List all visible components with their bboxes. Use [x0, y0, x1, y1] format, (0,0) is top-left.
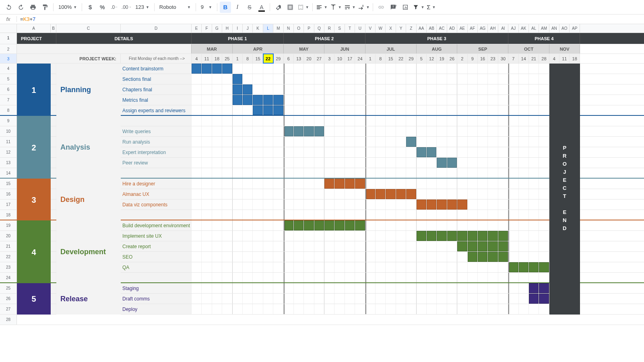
column-header-R[interactable]: R — [324, 24, 334, 33]
column-header-D[interactable]: D — [121, 24, 192, 33]
week-cell-13[interactable]: 3 — [324, 54, 334, 63]
row-header-22[interactable]: 22 — [0, 252, 17, 262]
row-header-8[interactable]: 8 — [0, 105, 17, 115]
decrease-decimal-button[interactable]: .0← — [109, 2, 120, 13]
column-header-E[interactable]: E — [192, 24, 202, 33]
column-header-G[interactable]: G — [212, 24, 222, 33]
column-header-AP[interactable]: AP — [570, 24, 580, 33]
insert-link-button[interactable] — [376, 2, 387, 13]
bold-button[interactable]: B — [220, 2, 231, 13]
filter-button[interactable]: ▼ — [412, 2, 425, 13]
column-header-AB[interactable]: AB — [427, 24, 437, 33]
column-header-A[interactable]: A — [17, 24, 51, 33]
column-header-L[interactable]: L — [263, 24, 273, 33]
row-header-24[interactable]: 24 — [0, 273, 17, 282]
week-cell-31[interactable]: 7 — [508, 54, 518, 63]
insert-chart-button[interactable] — [400, 2, 411, 13]
column-header-AL[interactable]: AL — [529, 24, 539, 33]
row-header-7[interactable]: 7 — [0, 95, 17, 105]
week-cell-12[interactable]: 27 — [314, 54, 324, 63]
percent-button[interactable]: % — [97, 2, 108, 13]
week-cell-27[interactable]: 9 — [468, 54, 478, 63]
column-header-V[interactable]: V — [365, 24, 376, 33]
print-button[interactable] — [27, 2, 39, 13]
row-header-16[interactable]: 16 — [0, 189, 17, 199]
column-header-AM[interactable]: AM — [539, 24, 549, 33]
week-cell-17[interactable]: 1 — [365, 54, 376, 63]
week-cell-30[interactable]: 30 — [498, 54, 508, 63]
row-header-21[interactable]: 21 — [0, 241, 17, 251]
row-header-23[interactable]: 23 — [0, 262, 17, 272]
week-cell-8[interactable]: 29 — [273, 54, 283, 63]
column-header-I[interactable]: I — [233, 24, 243, 33]
week-cell-10[interactable]: 13 — [294, 54, 304, 63]
font-size-dropdown[interactable]: 9▼ — [198, 2, 215, 13]
week-cell-1[interactable]: 11 — [202, 54, 212, 63]
week-cell-23[interactable]: 12 — [427, 54, 437, 63]
row-header-27[interactable]: 27 — [0, 304, 17, 314]
column-header-X[interactable]: X — [386, 24, 396, 33]
row-header-6[interactable]: 6 — [0, 84, 17, 95]
row-header-15[interactable]: 15 — [0, 179, 17, 189]
week-cell-3[interactable]: 25 — [222, 54, 232, 63]
merge-cells-button[interactable]: ▼ — [297, 2, 310, 13]
week-cell-25[interactable]: 26 — [447, 54, 457, 63]
horizontal-align-button[interactable]: ▼ — [315, 2, 328, 13]
row-header-13[interactable]: 13 — [0, 158, 17, 168]
column-header-N[interactable]: N — [284, 24, 294, 33]
week-cell-14[interactable]: 10 — [334, 54, 345, 63]
column-header-C[interactable]: C — [56, 24, 121, 33]
week-cell-19[interactable]: 15 — [386, 54, 396, 63]
column-header-U[interactable]: U — [355, 24, 365, 33]
row-header-19[interactable]: 19 — [0, 220, 17, 230]
week-cell-29[interactable]: 23 — [488, 54, 498, 63]
row-header-14[interactable]: 14 — [0, 168, 17, 178]
row-header-17[interactable]: 17 — [0, 200, 17, 210]
week-cell-4[interactable]: 1 — [233, 54, 243, 63]
week-cell-6[interactable]: 15 — [253, 54, 263, 63]
italic-button[interactable]: I — [232, 2, 243, 13]
week-cell-18[interactable]: 8 — [376, 54, 386, 63]
week-cell-11[interactable]: 20 — [304, 54, 314, 63]
row-header-2[interactable]: 2 — [0, 44, 17, 53]
column-header-B[interactable]: B — [51, 24, 56, 33]
week-cell-7[interactable]: 22 — [263, 54, 273, 63]
spreadsheet-grid[interactable]: ABCDEFGHIJKLMNOPQRSTUVWXYZAAABACADAEAFAG… — [0, 24, 644, 325]
row-header-26[interactable]: 26 — [0, 294, 17, 304]
row-header-9[interactable]: 9 — [0, 116, 17, 126]
column-header-AE[interactable]: AE — [457, 24, 467, 33]
week-cell-24[interactable]: 19 — [437, 54, 447, 63]
formula-input[interactable]: =K3+7 — [17, 16, 644, 22]
row-header-20[interactable]: 20 — [0, 231, 17, 241]
column-header-AO[interactable]: AO — [559, 24, 570, 33]
row-header-1[interactable]: 1 — [0, 33, 17, 44]
column-header-T[interactable]: T — [345, 24, 355, 33]
row-header-3[interactable]: 3 — [0, 54, 17, 63]
column-header-AJ[interactable]: AJ — [508, 24, 518, 33]
row-header-18[interactable]: 18 — [0, 210, 17, 220]
column-header-AI[interactable]: AI — [498, 24, 508, 33]
column-header-M[interactable]: M — [273, 24, 283, 33]
column-header-H[interactable]: H — [222, 24, 232, 33]
column-header-AK[interactable]: AK — [519, 24, 529, 33]
row-header-12[interactable]: 12 — [0, 147, 17, 157]
redo-button[interactable] — [15, 2, 27, 13]
functions-button[interactable]: Σ▼ — [426, 2, 436, 13]
week-cell-21[interactable]: 29 — [406, 54, 416, 63]
column-header-S[interactable]: S — [334, 24, 345, 33]
currency-button[interactable]: $ — [85, 2, 96, 13]
column-header-W[interactable]: W — [376, 24, 386, 33]
week-cell-36[interactable]: 11 — [559, 54, 570, 63]
font-dropdown[interactable]: Roboto▼ — [157, 2, 193, 13]
week-cell-0[interactable]: 4 — [192, 54, 202, 63]
week-cell-9[interactable]: 6 — [284, 54, 294, 63]
undo-button[interactable] — [3, 2, 14, 13]
strikethrough-button[interactable]: S — [244, 2, 255, 13]
week-cell-16[interactable]: 24 — [355, 54, 365, 63]
week-cell-15[interactable]: 17 — [345, 54, 355, 63]
column-header-AA[interactable]: AA — [417, 24, 427, 33]
row-header-11[interactable]: 11 — [0, 137, 17, 147]
column-header-P[interactable]: P — [304, 24, 314, 33]
week-cell-26[interactable]: 2 — [457, 54, 467, 63]
row-header-10[interactable]: 10 — [0, 126, 17, 136]
